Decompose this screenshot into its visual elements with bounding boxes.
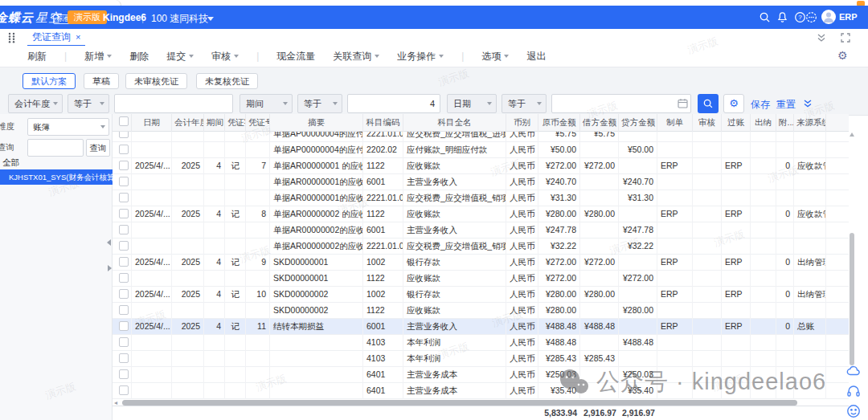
reset-link[interactable]: 重置 xyxy=(776,98,796,112)
splitter-collapse-icon[interactable] xyxy=(107,239,111,246)
row-checkbox[interactable] xyxy=(119,193,129,202)
row-checkbox[interactable] xyxy=(119,369,129,379)
collapse-tabs-icon[interactable] xyxy=(817,33,826,43)
column-header-debit[interactable]: 借方金额 xyxy=(580,114,619,132)
field-select-2[interactable]: 期间 xyxy=(240,94,293,113)
value-input-1[interactable] xyxy=(114,94,233,113)
chevron-down-icon[interactable] xyxy=(207,17,214,21)
row-checkbox[interactable] xyxy=(119,289,129,299)
row-checkbox[interactable] xyxy=(119,132,129,138)
tab-close-icon[interactable]: × xyxy=(76,32,80,42)
value-input-2[interactable] xyxy=(347,94,440,113)
operator-select-3[interactable]: 等于 xyxy=(502,94,547,113)
table-row[interactable]: 单据AP00000004的应付单2202.02应付账款_明细应付款人民币¥50.… xyxy=(113,142,849,158)
toolbar-item[interactable]: 提交 xyxy=(166,50,194,63)
calendar-icon[interactable] xyxy=(678,98,688,108)
search-icon[interactable] xyxy=(759,11,771,23)
column-header-date[interactable]: 日期 xyxy=(132,114,172,132)
dimension-select[interactable]: 账簿 xyxy=(27,118,109,136)
scheme-button[interactable]: 草稿 xyxy=(84,73,119,89)
field-select-3[interactable]: 日期 xyxy=(447,94,497,113)
table-row[interactable]: 2025/4/...20254记10SKD000000021002银行存款人民币… xyxy=(113,287,849,303)
table-row[interactable]: 2025/4/...20254记8单据AR00000002 的应收单1122应收… xyxy=(113,206,849,222)
column-header-poster[interactable]: 过账 xyxy=(722,114,751,132)
table-row[interactable]: 2025/4/...20254记7单据AR00000001 的应收单1122应收… xyxy=(113,158,849,174)
help-icon[interactable]: ? xyxy=(794,11,806,23)
toolbar-item[interactable]: 业务操作 xyxy=(397,50,444,63)
toolbar-item[interactable]: 删除 xyxy=(129,50,149,63)
row-checkbox[interactable] xyxy=(119,257,129,267)
column-header-auditor[interactable]: 审核 xyxy=(693,114,722,132)
column-header-credit[interactable]: 贷方金额 xyxy=(619,114,657,132)
column-header-maker[interactable]: 制单 xyxy=(657,114,693,132)
scheme-button[interactable]: 未复核凭证 xyxy=(196,73,258,89)
apps-grid-icon[interactable] xyxy=(6,32,18,43)
feedback-smiley-icon[interactable] xyxy=(845,403,862,419)
scheme-button[interactable]: 默认方案 xyxy=(23,73,76,89)
table-row[interactable]: 6401主营业务成本人民币¥250.03¥250.03 xyxy=(113,367,849,383)
row-checkbox[interactable] xyxy=(119,225,129,234)
demo-version-badge[interactable]: 演示版 xyxy=(68,10,107,24)
row-checkbox[interactable] xyxy=(119,385,129,395)
table-row[interactable]: 单据AP00000004的应付单2221.01.01应交税费_应交增值税_进项税… xyxy=(113,132,849,142)
table-row[interactable]: 单据AR00000001的应收单2221.01.02应交税费_应交增值税_销项税… xyxy=(113,190,849,206)
toolbar-settings-gear-icon[interactable]: ⚙ xyxy=(837,48,848,63)
table-row[interactable]: 4103本年利润人民币¥488.48¥488.48 xyxy=(113,335,849,351)
tree-node-selected[interactable]: KJHSTX01_SYS(财务会计核算体系) xyxy=(0,169,113,185)
company-switcher[interactable]: 100 速同科技 xyxy=(151,12,208,26)
horizontal-scrollbar[interactable] xyxy=(122,400,797,406)
toolbar-item[interactable]: 刷新 xyxy=(27,50,47,63)
message-icon[interactable] xyxy=(805,11,817,23)
bell-icon[interactable] xyxy=(776,11,788,23)
column-header-code[interactable]: 科目编码 xyxy=(363,114,403,132)
avatar[interactable] xyxy=(821,10,836,24)
toolbar-item[interactable]: 关联查询 xyxy=(333,50,379,63)
table-row[interactable]: 4103本年利润人民币¥285.43¥285.43 xyxy=(113,351,849,367)
table-row[interactable]: 2025/4/...20254记9SKD000000011002银行存款人民币¥… xyxy=(113,255,849,271)
toolbar-item[interactable]: 选项 xyxy=(481,50,509,63)
cloud-icon[interactable] xyxy=(845,363,862,379)
table-row[interactable]: SKD000000021122应收账款人民币¥280.00¥280.00 xyxy=(113,303,849,319)
table-row[interactable]: SKD000000011122应收账款人民币¥272.00¥272.00 xyxy=(113,271,849,287)
column-header-amount[interactable]: 原币金额 xyxy=(538,114,580,132)
tree-search-input[interactable] xyxy=(27,139,84,157)
column-header-summary[interactable]: 摘要 xyxy=(270,114,363,132)
column-header-no[interactable]: 凭证号 xyxy=(246,114,270,132)
row-checkbox[interactable] xyxy=(119,177,129,186)
field-select-1[interactable]: 会计年度 xyxy=(8,94,63,113)
row-checkbox[interactable] xyxy=(119,321,129,331)
toolbar-item[interactable]: 现金流量 xyxy=(276,50,315,63)
scheme-button[interactable]: 未审核凭证 xyxy=(125,73,187,89)
table-row[interactable]: 2025/4/...20254记11结转本期损益6001主营业务收入人民币¥48… xyxy=(113,319,849,335)
row-checkbox[interactable] xyxy=(119,337,129,347)
toolbar-item[interactable]: 退出 xyxy=(526,50,546,63)
headset-icon[interactable] xyxy=(845,383,862,399)
user-name[interactable]: ERP xyxy=(839,12,858,22)
table-row[interactable]: 6401主营业务成本人民币¥35.40¥35.40 xyxy=(113,383,849,399)
tree-search-button[interactable]: 查询 xyxy=(86,139,110,157)
fullscreen-icon[interactable] xyxy=(841,33,850,43)
column-header-word[interactable]: 凭证字 xyxy=(225,114,246,132)
column-header-name[interactable]: 科目全名 xyxy=(403,114,506,132)
row-checkbox[interactable] xyxy=(119,161,129,170)
row-checkbox[interactable] xyxy=(119,209,129,218)
splitter-expand-icon[interactable] xyxy=(108,265,112,271)
table-row[interactable]: 单据AR00000002的应收单2221.01.02应交税费_应交增值税_销项税… xyxy=(113,239,849,255)
column-header-source[interactable]: 来源系统 xyxy=(794,114,826,132)
table-row[interactable]: 单据AR00000001的应收单6001主营业务收入人民币¥240.70¥240… xyxy=(113,174,849,190)
filter-settings-button[interactable]: ⚙ xyxy=(723,94,744,113)
column-header-attach[interactable]: 附... xyxy=(776,114,794,132)
scroll-up-icon[interactable] xyxy=(850,133,854,137)
search-button[interactable] xyxy=(698,94,719,113)
select-all-checkbox[interactable] xyxy=(119,116,129,126)
tab-voucher-query[interactable]: 凭证查询× xyxy=(27,29,85,47)
row-checkbox[interactable] xyxy=(119,305,129,315)
toolbar-item[interactable]: 新增 xyxy=(84,50,112,63)
expand-more-icon[interactable] xyxy=(803,100,813,108)
column-header-period[interactable]: 期间 xyxy=(204,114,225,132)
tree-node-root[interactable]: 全部 xyxy=(2,157,19,169)
column-header-cur[interactable]: 币别 xyxy=(506,114,538,132)
vertical-scrollbar[interactable] xyxy=(850,233,854,365)
toolbar-item[interactable]: 审核 xyxy=(211,50,239,63)
operator-select-1[interactable]: 等于 xyxy=(68,94,109,113)
